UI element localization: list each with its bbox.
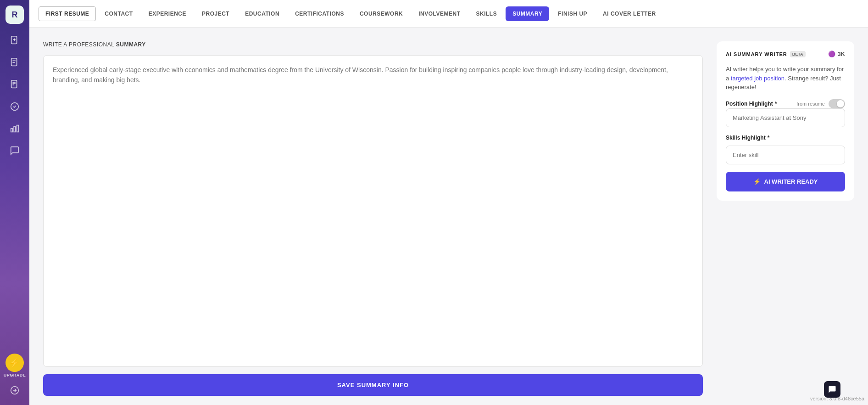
lightning-bolt-icon: ⚡ [753, 178, 761, 185]
position-field-row: Position Highlight * from resume [726, 99, 845, 108]
sidebar: R ⚡ UPGRADE [0, 0, 29, 405]
ai-description: AI writer helps you to write your summar… [726, 65, 845, 92]
token-value: 3K [837, 51, 845, 57]
ai-ready-button[interactable]: ⚡ AI WRITER READY [726, 172, 845, 191]
content-area: WRITE A PROFESSIONAL SUMMARY SAVE SUMMAR… [29, 28, 868, 405]
targeted-job-link[interactable]: targeted job position [731, 75, 785, 82]
from-resume-label: from resume [796, 101, 825, 107]
nav-contact[interactable]: CONTACT [98, 6, 139, 21]
left-panel: WRITE A PROFESSIONAL SUMMARY SAVE SUMMAR… [43, 41, 703, 396]
nav-education[interactable]: EDUCATION [238, 6, 286, 21]
token-icon: 🟣 [828, 51, 835, 57]
from-resume-toggle-group: from resume [796, 99, 845, 108]
position-highlight-section: Position Highlight * from resume [726, 99, 845, 127]
arrow-right-icon[interactable] [6, 381, 24, 399]
summary-textarea[interactable] [43, 55, 703, 367]
toggle-knob [837, 100, 844, 107]
bar-chart-icon[interactable] [6, 119, 24, 138]
ai-panel: AI SUMMARY WRITER BETA 🟣 3K AI writer he… [717, 41, 854, 201]
from-resume-toggle[interactable] [829, 99, 845, 108]
beta-badge: BETA [790, 51, 806, 57]
save-summary-button[interactable]: SAVE SUMMARY INFO [43, 374, 703, 396]
position-input[interactable] [726, 108, 845, 127]
nav-certifications[interactable]: CERTIFICATIONS [288, 6, 351, 21]
right-panel: AI SUMMARY WRITER BETA 🟣 3K AI writer he… [717, 41, 854, 396]
position-label: Position Highlight * [726, 101, 777, 107]
ai-panel-header: AI SUMMARY WRITER BETA 🟣 3K [726, 51, 845, 57]
ai-panel-title: AI SUMMARY WRITER [726, 51, 787, 57]
add-document-icon[interactable] [6, 31, 24, 50]
nav-first-resume[interactable]: FIRST RESUME [39, 6, 96, 21]
top-navigation: FIRST RESUME CONTACT EXPERIENCE PROJECT … [29, 0, 868, 28]
nav-finish-up[interactable]: FINISH UP [551, 6, 594, 21]
main-area: FIRST RESUME CONTACT EXPERIENCE PROJECT … [29, 0, 868, 405]
svg-rect-13 [17, 125, 19, 132]
svg-rect-3 [11, 58, 17, 66]
lines-document-icon[interactable] [6, 75, 24, 94]
ai-title-group: AI SUMMARY WRITER BETA [726, 51, 806, 57]
skills-highlight-section: Skills Highlight * [726, 135, 845, 164]
skills-label: Skills Highlight * [726, 135, 845, 141]
speech-bubble-icon[interactable] [6, 141, 24, 160]
nav-ai-cover-letter[interactable]: AI COVER LETTER [596, 6, 663, 21]
nav-experience[interactable]: EXPERIENCE [142, 6, 193, 21]
checkmark-circle-icon[interactable] [6, 97, 24, 116]
ai-ready-label: AI WRITER READY [764, 178, 818, 185]
lightning-icon: ⚡ [6, 354, 24, 372]
nav-involvement[interactable]: INVOLVEMENT [412, 6, 467, 21]
nav-skills[interactable]: SKILLS [469, 6, 504, 21]
skills-input[interactable] [726, 146, 845, 164]
chat-widget-button[interactable] [824, 381, 840, 398]
upgrade-button[interactable]: ⚡ UPGRADE [4, 354, 26, 377]
sidebar-bottom: ⚡ UPGRADE [4, 354, 26, 399]
nav-summary[interactable]: SUMMARY [506, 6, 549, 21]
token-count: 🟣 3K [828, 51, 845, 57]
svg-rect-11 [11, 129, 13, 132]
nav-project[interactable]: PROJECT [195, 6, 236, 21]
single-document-icon[interactable] [6, 53, 24, 72]
svg-rect-12 [14, 126, 16, 132]
nav-coursework[interactable]: COURSEWORK [353, 6, 410, 21]
upgrade-label: UPGRADE [4, 373, 26, 377]
section-title: WRITE A PROFESSIONAL SUMMARY [43, 41, 703, 48]
logo[interactable]: R [6, 6, 24, 24]
